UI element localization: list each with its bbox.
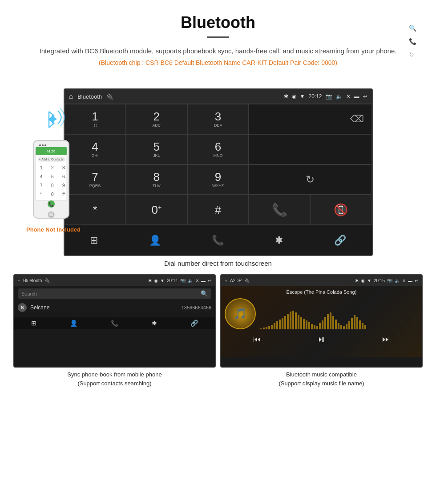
eq-bar — [268, 326, 270, 329]
contacts-icon[interactable]: 👤 — [149, 235, 161, 246]
play-pause-button[interactable]: ⏯ — [318, 335, 326, 344]
home-icon-small[interactable]: ⌂ — [18, 278, 20, 283]
key-9[interactable]: 9 WXYZ — [187, 164, 249, 195]
home-icon[interactable]: ⌂ — [69, 92, 73, 100]
eq-bar — [308, 322, 310, 329]
search-icon[interactable]: 🔍 — [201, 290, 208, 297]
cam-icon-small[interactable]: 📷 — [180, 278, 186, 283]
key-hash[interactable]: # — [187, 195, 249, 225]
search-placeholder: Search — [21, 291, 37, 296]
phonebook-screen-wrap: ⌂ Bluetooth 🔌 ✱ ◉ ▼ 20:11 📷 🔈 ✕ ▬ ↩ — [13, 274, 216, 388]
page-header: Bluetooth Integrated with BC6 Bluetooth … — [0, 0, 436, 84]
svg-point-10 — [39, 144, 41, 146]
link-icon[interactable]: 🔗 — [334, 235, 346, 246]
music-controls: ⏮ ⏯ ⏭ — [225, 335, 418, 344]
music-time: 20:15 — [374, 278, 385, 283]
camera-icon[interactable]: 📷 — [326, 93, 332, 100]
music-caption: Bluetooth music compatible (Support disp… — [279, 370, 364, 388]
key-8[interactable]: 8 TUV — [126, 164, 187, 195]
key-5[interactable]: 5 JKL — [126, 134, 187, 164]
svg-text:6: 6 — [62, 174, 65, 179]
backspace-icon[interactable]: ⌫ — [350, 113, 364, 125]
phonebook-statusbar-right: ✱ ◉ ▼ 20:11 📷 🔈 ✕ ▬ ↩ — [148, 278, 211, 283]
vol-icon-music[interactable]: 🔈 — [395, 278, 400, 283]
eq-bar — [306, 320, 307, 329]
eq-bar — [260, 328, 262, 329]
dial-screen-container: ✦ M:20 — [0, 88, 436, 256]
back-icon-small[interactable]: ↩ — [208, 278, 211, 283]
close-icon[interactable]: ✕ — [346, 93, 351, 100]
eq-bar — [298, 315, 299, 329]
phone-icon[interactable]: 📞 — [212, 235, 224, 246]
dial-bottom-bar: ⊞ 👤 📞 ✱ 🔗 — [65, 225, 372, 255]
statusbar-app-name: Bluetooth — [77, 93, 102, 100]
statusbar-left: ⌂ Bluetooth 🔌 — [69, 92, 114, 100]
eq-bar — [327, 314, 329, 329]
phonebook-statusbar-left: ⌂ Bluetooth 🔌 — [18, 278, 50, 283]
link-icon-pb[interactable]: 🔗 — [190, 320, 198, 327]
bt-icon: ✱ — [284, 93, 288, 100]
svg-text:7: 7 — [40, 183, 43, 188]
phonebook-caption: Sync phone-book from mobile phone (Suppo… — [67, 370, 161, 388]
bluetooth-icon[interactable]: ✱ — [275, 235, 283, 246]
screen-icon-small[interactable]: ▬ — [201, 278, 206, 283]
end-call-icon: 📵 — [334, 203, 348, 217]
bluetooth-waves-icon: ✦ — [33, 106, 69, 133]
usb-icon-music: 🔌 — [244, 278, 250, 283]
music-body: Escape (The Pina Colada Song) 🎵 ⏮ ⏯ ⏭ — [221, 286, 422, 357]
volume-icon[interactable]: 🔈 — [336, 93, 343, 100]
prev-track-button[interactable]: ⏮ — [253, 335, 261, 344]
user-icon-pb[interactable]: 👤 — [70, 320, 77, 327]
eq-bar — [287, 314, 289, 329]
close-icon-music[interactable]: ✕ — [402, 278, 406, 283]
cam-icon-music[interactable]: 📷 — [387, 278, 392, 283]
eq-bar — [322, 320, 323, 329]
contact-row[interactable]: S Seicane 13566664466 — [18, 301, 211, 314]
phonebook-screen: ⌂ Bluetooth 🔌 ✱ ◉ ▼ 20:11 📷 🔈 ✕ ▬ ↩ — [13, 274, 216, 368]
screen-icon[interactable]: ▬ — [354, 93, 359, 100]
eq-bar — [276, 321, 278, 329]
key-6[interactable]: 6 MNO — [187, 134, 249, 164]
phonebook-app-name: Bluetooth — [23, 278, 42, 283]
dial-caption: Dial number direct from touchscreen — [0, 260, 436, 267]
svg-text:1: 1 — [40, 165, 43, 170]
end-call-button[interactable]: 📵 — [310, 195, 371, 225]
phonebook-body: Search 🔍 S Seicane 13566664466 🔍 📞 ↻ — [14, 286, 215, 317]
vol-icon-small[interactable]: 🔈 — [188, 278, 193, 283]
key-3[interactable]: 3 DEF — [187, 104, 249, 134]
usb-icon-small: 🔌 — [44, 278, 50, 283]
eq-bar — [311, 324, 313, 329]
svg-text:4: 4 — [40, 174, 43, 179]
svg-text:*: * — [40, 192, 42, 197]
svg-text:M:20: M:20 — [47, 149, 55, 153]
reload-cell[interactable]: ↻ — [249, 164, 371, 195]
eq-bar — [324, 317, 326, 329]
phonebook-search[interactable]: Search 🔍 — [18, 288, 211, 299]
call-icon: 📞 — [272, 203, 287, 217]
svg-text:9: 9 — [62, 183, 65, 188]
home-icon-music[interactable]: ⌂ — [225, 278, 227, 283]
phonebook-statusbar: ⌂ Bluetooth 🔌 ✱ ◉ ▼ 20:11 📷 🔈 ✕ ▬ ↩ — [14, 275, 215, 286]
next-track-button[interactable]: ⏭ — [382, 335, 390, 344]
page-description: Integrated with BC6 Bluetooth module, su… — [27, 46, 409, 56]
bt-icon-pb[interactable]: ✱ — [152, 320, 157, 327]
key-2[interactable]: 2 ABC — [126, 104, 187, 134]
grid-icon[interactable]: ⊞ — [90, 235, 98, 246]
eq-bar — [292, 311, 294, 329]
phone-icon-pb[interactable]: 📞 — [111, 320, 118, 327]
svg-text:5: 5 — [51, 174, 54, 179]
svg-point-12 — [44, 144, 46, 146]
svg-text:8: 8 — [51, 183, 54, 188]
back-icon[interactable]: ↩ — [363, 93, 367, 100]
eq-bar — [303, 319, 305, 329]
svg-text:2: 2 — [51, 165, 54, 170]
back-icon-music[interactable]: ↩ — [415, 278, 418, 283]
signal-icon: ▼ — [300, 93, 305, 100]
eq-bar — [290, 312, 291, 329]
grid-icon-pb[interactable]: ⊞ — [31, 320, 36, 327]
key-0[interactable]: 0+ — [126, 195, 187, 225]
close-icon-small[interactable]: ✕ — [195, 278, 199, 283]
screen-icon-music[interactable]: ▬ — [408, 278, 412, 283]
call-button[interactable]: 📞 — [249, 195, 310, 225]
phone-not-included-label: Phone Not Included — [22, 226, 81, 233]
